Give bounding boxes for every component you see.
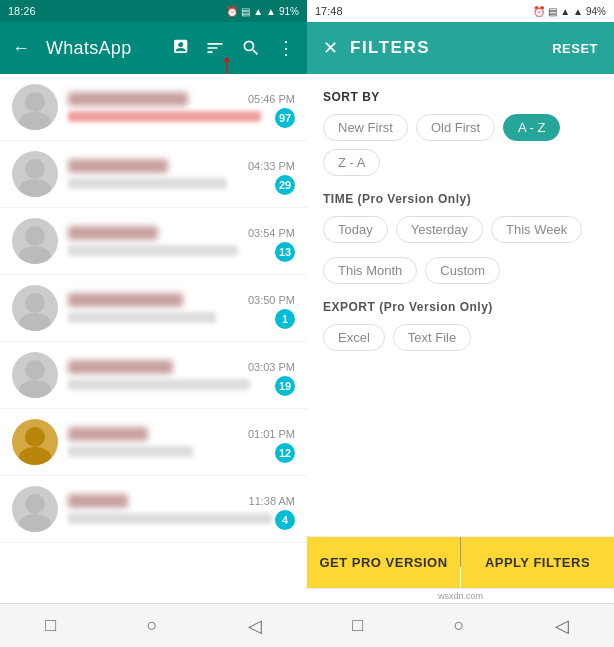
unread-badge: 4: [275, 510, 295, 530]
sim-icon: ▤: [241, 6, 250, 17]
time-this-week[interactable]: This Week: [491, 216, 582, 243]
time-custom[interactable]: Custom: [425, 257, 500, 284]
chat-item[interactable]: 04:33 PM 29: [0, 141, 307, 208]
chat-name: [68, 226, 158, 240]
sim-icon-right: ▤: [548, 6, 557, 17]
time-this-month[interactable]: This Month: [323, 257, 417, 284]
chat-item[interactable]: 01:01 PM 12: [0, 409, 307, 476]
sort-new-first[interactable]: New First: [323, 114, 408, 141]
svg-point-13: [19, 514, 51, 532]
wifi-icon: ▲: [253, 6, 263, 17]
chat-info: 01:01 PM: [68, 427, 295, 457]
svg-point-6: [25, 293, 45, 313]
chat-info: 04:33 PM: [68, 159, 295, 189]
status-icons-left: ⏰ ▤ ▲ ▲ 91%: [226, 6, 299, 17]
unread-badge: 29: [275, 175, 295, 195]
search-icon[interactable]: [241, 38, 261, 58]
chat-preview: [68, 111, 261, 122]
home-nav-icon-right[interactable]: ○: [453, 615, 464, 636]
wifi-icon-right: ▲: [560, 6, 570, 17]
chat-item[interactable]: 05:46 PM 97: [0, 74, 307, 141]
chat-name: [68, 159, 168, 173]
reset-button[interactable]: RESET: [552, 41, 598, 56]
svg-point-10: [25, 427, 45, 447]
back-nav-icon[interactable]: ◁: [248, 615, 262, 637]
status-bar-right: 17:48 ⏰ ▤ ▲ ▲ 94%: [307, 0, 614, 22]
avatar: [12, 151, 58, 197]
battery-right: 94%: [586, 6, 606, 17]
svg-point-2: [25, 159, 45, 179]
chat-name: [68, 92, 188, 106]
bottom-nav-right: □ ○ ◁: [307, 603, 614, 647]
chat-item[interactable]: 03:50 PM 1: [0, 275, 307, 342]
time-today[interactable]: Today: [323, 216, 388, 243]
close-button[interactable]: ✕: [323, 37, 338, 59]
time-right: 17:48: [315, 5, 343, 17]
more-icon[interactable]: ⋮: [277, 37, 295, 59]
home-nav-icon[interactable]: ○: [146, 615, 157, 636]
sort-by-label: SORT BY: [323, 90, 598, 104]
filters-header: ✕ FILTERS RESET: [307, 22, 614, 74]
svg-point-9: [19, 380, 51, 398]
avatar: [12, 218, 58, 264]
time-left: 18:26: [8, 5, 36, 17]
svg-point-8: [25, 360, 45, 380]
whatsapp-header: ← WhatsApp ⋮: [0, 22, 307, 74]
export-label: EXPORT (Pro Version Only): [323, 300, 598, 314]
status-bar-left: 18:26 ⏰ ▤ ▲ ▲ 91%: [0, 0, 307, 22]
chat-list: 05:46 PM 97 04:33 PM 29: [0, 74, 307, 603]
export-chips: Excel Text File: [323, 324, 598, 351]
svg-point-0: [25, 92, 45, 112]
alarm-icon: ⏰: [226, 6, 238, 17]
filters-content: SORT BY New First Old First A - Z Z - A …: [307, 74, 614, 536]
chat-preview: [68, 312, 216, 323]
export-excel[interactable]: Excel: [323, 324, 385, 351]
apply-filters-button[interactable]: APPLY FILTERS: [461, 537, 614, 588]
time-yesterday[interactable]: Yesterday: [396, 216, 483, 243]
red-arrow-annotation: ↑: [220, 48, 234, 80]
bottom-nav-left: □ ○ ◁: [0, 603, 307, 647]
export-text-file[interactable]: Text File: [393, 324, 471, 351]
chat-name: [68, 293, 183, 307]
chat-info: 03:50 PM: [68, 293, 295, 323]
square-nav-icon[interactable]: □: [45, 615, 56, 636]
filters-footer: GET PRO VERSION APPLY FILTERS: [307, 536, 614, 588]
chat-info: 03:03 PM: [68, 360, 295, 390]
chat-item[interactable]: 03:54 PM 13: [0, 208, 307, 275]
battery-left: 91%: [279, 6, 299, 17]
chat-time: 03:54 PM: [248, 227, 295, 239]
time-chips: Today Yesterday This Week: [323, 216, 598, 243]
chat-name: [68, 494, 128, 508]
sort-a-z[interactable]: A - Z: [503, 114, 560, 141]
ad-bar: wsxdn.com: [307, 588, 614, 603]
chat-time: 05:46 PM: [248, 93, 295, 105]
chat-info: 03:54 PM: [68, 226, 295, 256]
get-pro-button[interactable]: GET PRO VERSION: [307, 537, 460, 588]
back-nav-icon-right[interactable]: ◁: [555, 615, 569, 637]
unread-badge: 12: [275, 443, 295, 463]
chat-item[interactable]: 03:03 PM 19: [0, 342, 307, 409]
chat-name: [68, 427, 148, 441]
back-button[interactable]: ←: [12, 38, 30, 59]
app-title: WhatsApp: [46, 38, 153, 59]
chat-name: [68, 360, 173, 374]
chat-item[interactable]: 11:38 AM 4: [0, 476, 307, 543]
ad-text: wsxdn.com: [438, 591, 483, 601]
sort-by-chips: New First Old First A - Z Z - A: [323, 114, 598, 176]
time-section: TIME (Pro Version Only) Today Yesterday …: [323, 192, 598, 284]
sort-z-a[interactable]: Z - A: [323, 149, 380, 176]
alarm-icon-right: ⏰: [533, 6, 545, 17]
right-panel: 17:48 ⏰ ▤ ▲ ▲ 94% ✕ FILTERS RESET SORT B…: [307, 0, 614, 647]
avatar: [12, 419, 58, 465]
unread-badge: 19: [275, 376, 295, 396]
avatar: [12, 285, 58, 331]
unread-badge: 13: [275, 242, 295, 262]
chat-preview: [68, 446, 193, 457]
contacts-icon[interactable]: [169, 38, 189, 58]
sort-old-first[interactable]: Old First: [416, 114, 495, 141]
chat-preview: [68, 379, 250, 390]
chat-time: 03:03 PM: [248, 361, 295, 373]
status-icons-right: ⏰ ▤ ▲ ▲ 94%: [533, 6, 606, 17]
signal-icon-right: ▲: [573, 6, 583, 17]
square-nav-icon-right[interactable]: □: [352, 615, 363, 636]
